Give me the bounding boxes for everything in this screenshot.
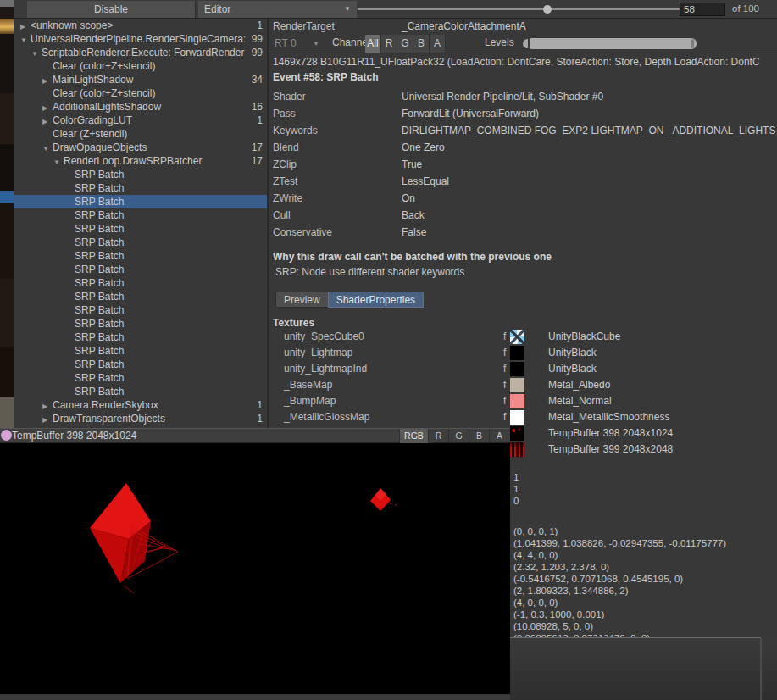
tree-row[interactable]: SRP Batch — [14, 195, 267, 208]
texture-row[interactable]: unity_LightmapInd f UnityBlack — [269, 361, 777, 377]
tree-row-label: DrawOpaqueObjects — [53, 142, 147, 153]
detail-tab[interactable]: Preview — [275, 292, 328, 308]
channel-button[interactable]: All — [365, 35, 381, 53]
tree-row[interactable]: SRP Batch — [14, 181, 267, 195]
tree-row[interactable]: SRP Batch — [14, 236, 267, 249]
texture-row[interactable]: unity_SpecCube0 f UnityBlackCube — [269, 329, 777, 345]
tree-row[interactable]: ▶AdditionalLightsShadow 16 — [14, 100, 267, 114]
tree-row[interactable]: Clear (color+Z+stencil) — [14, 86, 267, 100]
channel-button[interactable]: G — [397, 35, 413, 53]
float-value: 0 — [513, 495, 519, 507]
channel-button[interactable]: R — [381, 35, 397, 53]
preview-channel-button[interactable]: B — [469, 429, 489, 443]
shader-state-label: Pass — [273, 105, 296, 122]
tree-row[interactable]: SRP Batch — [14, 208, 267, 222]
tree-row[interactable]: ▶<unknown scope> 1 — [14, 19, 267, 32]
scrollbar-track[interactable] — [760, 638, 762, 700]
texture-preview-title: TempBuffer 398 2048x1024 — [12, 429, 136, 442]
tree-row-label: SRP Batch — [75, 196, 124, 208]
tree-row[interactable]: ▶Camera.RenderSkybox 1 — [14, 398, 267, 412]
shader-state-value: One Zero — [402, 139, 777, 156]
tree-row[interactable]: ▼RenderLoop.DrawSRPBatcher 17 — [14, 154, 267, 168]
tree-row[interactable]: SRP Batch — [14, 249, 267, 263]
tree-row[interactable]: SRP Batch — [14, 331, 267, 344]
texture-row[interactable]: _BaseMap f Metal_Albedo — [269, 377, 777, 393]
tree-row[interactable]: ▼UniversalRenderPipeline.RenderSingleCam… — [14, 32, 267, 46]
shader-state-row: Blend One Zero — [269, 139, 777, 156]
levels-slider-range[interactable] — [530, 38, 697, 49]
tree-row[interactable]: ▼ScriptableRenderer.Execute: ForwardRend… — [14, 46, 267, 59]
vector-value: (0, 0, 0, 1) — [513, 525, 726, 537]
disable-button[interactable]: Disable — [27, 1, 196, 18]
frame-number-input[interactable]: 58 — [680, 3, 725, 16]
preview-channel-button[interactable]: A — [489, 429, 509, 443]
tree-row-label: SRP Batch — [75, 345, 124, 357]
rt-index-dropdown[interactable]: RT 0 ▼ — [270, 35, 323, 52]
tree-row[interactable]: SRP Batch — [14, 317, 267, 331]
tree-row-label: Camera.RenderSkybox — [53, 399, 158, 411]
channels-bar: RT 0 ▼ Channels All R G B A Levels — [269, 34, 777, 53]
tree-row[interactable]: SRP Batch — [14, 263, 267, 276]
levels-slider[interactable] — [523, 38, 697, 49]
tree-row[interactable]: SRP Batch — [14, 344, 267, 358]
texture-asset-name: Metal_Normal — [548, 393, 612, 409]
tree-row[interactable]: SRP Batch — [14, 168, 267, 181]
tree-row[interactable]: ▶DrawTransparentObjects 1 — [14, 412, 267, 425]
event-tree[interactable]: ▶<unknown scope> 1 ▼UniversalRenderPipel… — [14, 19, 267, 428]
tree-row[interactable]: ▶MainLightShadow 34 — [14, 73, 267, 86]
shadowmap-preview-canvas[interactable] — [0, 443, 510, 695]
tree-row[interactable]: SRP Batch — [14, 303, 267, 317]
texture-preview-header[interactable]: TempBuffer 398 2048x1024 RGB R G B A — [0, 429, 510, 443]
detail-tab[interactable]: ShaderProperties — [328, 292, 424, 308]
texture-asset-name: TempBuffer 398 2048x1024 — [548, 425, 673, 442]
preview-channel-button[interactable]: G — [448, 429, 469, 443]
texture-thumbnail[interactable] — [510, 394, 524, 408]
tree-row-label: SRP Batch — [75, 277, 124, 289]
tree-row[interactable]: SRP Batch — [14, 371, 267, 385]
texture-thumbnail[interactable] — [510, 330, 524, 344]
chevron-down-icon: ▼ — [313, 35, 319, 53]
editor-dropdown[interactable]: Editor ▼ — [198, 1, 357, 18]
tree-row-label: SRP Batch — [75, 291, 124, 303]
tree-row[interactable]: Clear (color+Z+stencil) — [14, 59, 267, 73]
frame-slider[interactable] — [358, 0, 688, 19]
tree-row[interactable]: SRP Batch — [14, 222, 267, 236]
tree-row-count: 99 — [252, 32, 263, 46]
texture-row[interactable]: _MetallicGlossMap f Metal_MetallicSmooth… — [269, 409, 777, 425]
texture-flag: f — [503, 393, 506, 409]
channel-button[interactable]: B — [413, 35, 430, 53]
tree-row[interactable]: ▼DrawOpaqueObjects 17 — [14, 141, 267, 154]
texture-thumbnail[interactable] — [510, 362, 524, 376]
vector-value: (2, 1.809323, 1.344886, 2) — [513, 585, 726, 597]
frame-slider-handle[interactable] — [543, 5, 552, 14]
tree-row[interactable]: ▶ColorGradingLUT 1 — [14, 114, 267, 127]
tree-row[interactable]: SRP Batch — [14, 276, 267, 290]
render-target-label: RenderTarget — [273, 19, 335, 34]
tree-foldout-icon[interactable]: ▶ — [42, 414, 53, 427]
texture-thumbnail[interactable] — [510, 346, 524, 360]
levels-slider-min-handle[interactable] — [523, 39, 528, 48]
channel-button[interactable]: A — [430, 35, 446, 53]
tree-row[interactable]: SRP Batch — [14, 358, 267, 371]
tree-row-label: SRP Batch — [75, 372, 124, 384]
texture-thumbnail[interactable] — [510, 426, 524, 441]
tree-row[interactable]: SRP Batch — [14, 385, 267, 398]
texture-row[interactable]: unity_Lightmap f UnityBlack — [269, 345, 777, 361]
frame-slider-track[interactable] — [358, 8, 688, 10]
tree-row-count: 1 — [257, 114, 263, 127]
shader-state-value: True — [402, 156, 777, 173]
texture-flag: f — [503, 409, 506, 425]
preview-channel-button[interactable]: R — [428, 429, 448, 443]
texture-thumbnail[interactable] — [510, 410, 524, 425]
tree-row-label: SRP Batch — [75, 304, 124, 316]
preview-channel-button[interactable]: RGB — [399, 429, 428, 443]
texture-thumbnail[interactable] — [510, 442, 524, 457]
tree-row-label: UniversalRenderPipeline.RenderSingleCame… — [31, 33, 246, 45]
texture-thumbnail[interactable] — [510, 378, 524, 392]
tree-row[interactable]: SRP Batch — [14, 290, 267, 303]
tree-row-label: Clear (Z+stencil) — [53, 128, 127, 140]
vector-value: (4, 4, 0, 0) — [513, 549, 726, 561]
tree-row-count: 17 — [252, 141, 263, 154]
texture-row[interactable]: _BumpMap f Metal_Normal — [269, 393, 777, 409]
tree-row[interactable]: Clear (Z+stencil) — [14, 127, 267, 141]
